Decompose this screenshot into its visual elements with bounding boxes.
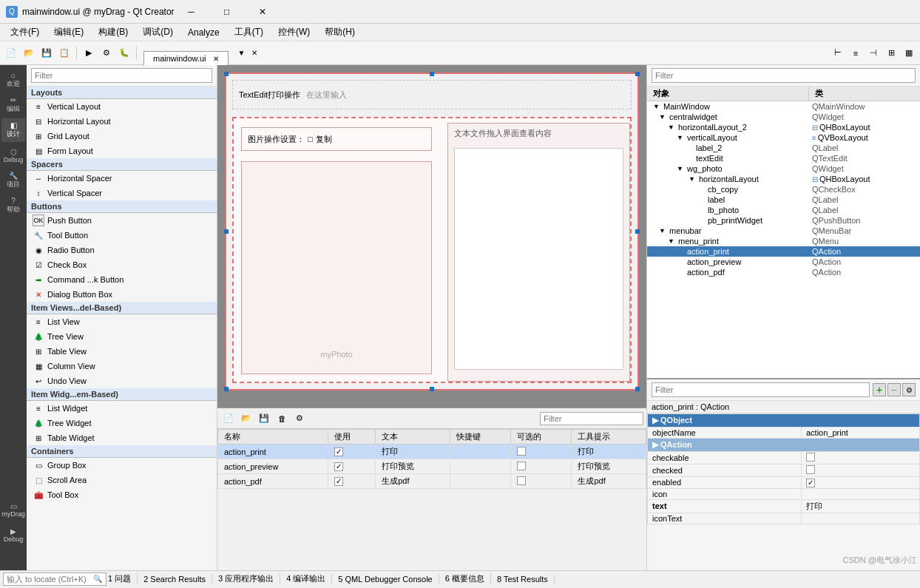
obj-row-actionpreview[interactable]: action_preview QAction: [647, 257, 920, 267]
form-canvas[interactable]: TextEdit打印操作 在这里输入 图片操作设置： □ 复制 打印Widget: [225, 72, 639, 391]
prop-val-text[interactable]: 打印: [802, 499, 920, 513]
widget-column-view[interactable]: ▦ Column View: [27, 359, 217, 374]
action-new[interactable]: 📄: [220, 410, 237, 427]
menu-file[interactable]: 文件(F): [3, 24, 47, 40]
obj-row-hlayout[interactable]: ▼ horizontalLayout ⊟QHBoxLayout: [647, 174, 920, 184]
widget-undo-view[interactable]: ↩ Undo View: [27, 374, 217, 388]
widget-radio-button[interactable]: ◉ Radio Button: [27, 243, 217, 257]
widget-table-widget[interactable]: ⊞ Table Widget: [27, 430, 217, 445]
prop-filter-input[interactable]: [652, 382, 870, 397]
checkable-check[interactable]: [517, 476, 526, 485]
side-help[interactable]: ? 帮助: [1, 194, 25, 217]
prop-val-enabled[interactable]: [802, 477, 920, 489]
expand-hboxlayout2[interactable]: ▼: [668, 124, 677, 131]
side-edit[interactable]: ✏ 编辑: [1, 93, 25, 117]
toolbar-save-all[interactable]: 📋: [56, 45, 72, 61]
widget-filter-input[interactable]: [31, 68, 212, 83]
prop-remove-btn[interactable]: ─: [887, 383, 901, 396]
obj-row-wgphoto[interactable]: ▼ wg_photo QWidget: [647, 163, 920, 174]
checkable-prop-cb[interactable]: [806, 453, 815, 462]
widget-table-view[interactable]: ⊞ Table View: [27, 344, 217, 359]
obj-row-hboxlayout2[interactable]: ▼ horizontalLayout_2 ⊟QHBoxLayout: [647, 122, 920, 132]
obj-row-label2[interactable]: label_2 QLabel: [647, 143, 920, 153]
right-filter-input[interactable]: [652, 68, 916, 83]
status-compile-output[interactable]: 4 编译输出: [280, 573, 332, 584]
widget-tree-view[interactable]: 🌲 Tree View: [27, 329, 217, 344]
used-check[interactable]: [334, 447, 343, 456]
status-app-output[interactable]: 3 应用程序输出: [212, 573, 280, 584]
copy-checkbox[interactable]: □: [308, 135, 313, 143]
obj-row-vlayout[interactable]: ▼ verticalLayout ≡QVBoxLayout: [647, 132, 920, 143]
widget-v-spacer[interactable]: ↕ Vertical Spacer: [27, 186, 217, 200]
expand-wgphoto[interactable]: ▼: [677, 165, 686, 172]
locate-input[interactable]: [3, 572, 106, 586]
toolbar-open[interactable]: 📂: [21, 45, 37, 61]
menu-build[interactable]: 构建(B): [91, 24, 135, 40]
tab-close-all[interactable]: ✕: [249, 49, 260, 57]
design-align-left[interactable]: ⊢: [830, 45, 846, 61]
toolbar-build[interactable]: ▶: [81, 45, 97, 61]
widget-grid-layout[interactable]: ⊞ Grid Layout: [27, 129, 217, 143]
widget-form-layout[interactable]: ▤ Form Layout: [27, 143, 217, 158]
menu-debug[interactable]: 调试(D): [135, 24, 180, 40]
close-button[interactable]: ✕: [246, 3, 280, 21]
table-row[interactable]: action_print 打印 打印: [218, 445, 646, 459]
expand-menuprint[interactable]: ▼: [668, 237, 677, 245]
side-project[interactable]: 🔧 项目: [1, 169, 25, 192]
menu-widgets[interactable]: 控件(W): [271, 24, 317, 40]
widget-list-widget[interactable]: ≡ List Widget: [27, 401, 217, 416]
used-check[interactable]: [334, 462, 343, 471]
toolbar-run[interactable]: ⚙: [98, 45, 115, 61]
widget-dialog-button[interactable]: ✕ Dialog Button Box: [27, 287, 217, 302]
obj-row-cbcopy[interactable]: cb_copy QCheckBox: [647, 184, 920, 195]
action-save[interactable]: 💾: [256, 410, 272, 427]
menu-analyze[interactable]: Analyze: [180, 26, 227, 39]
expand-vlayout[interactable]: ▼: [677, 134, 686, 141]
widget-vertical-layout[interactable]: ≡ Vertical Layout: [27, 99, 217, 114]
status-qml-debugger[interactable]: 5 QML Debugger Console: [332, 575, 439, 584]
checkable-check[interactable]: [517, 462, 526, 470]
design-layout[interactable]: ▦: [901, 45, 917, 61]
menu-help[interactable]: 帮助(H): [317, 24, 362, 40]
obj-row-textedit[interactable]: textEdit QTextEdit: [647, 153, 920, 163]
side-mydrag[interactable]: ▭ myDrag: [1, 498, 25, 521]
expand-qaction[interactable]: ▶: [652, 440, 658, 449]
action-open[interactable]: 📂: [238, 410, 254, 427]
widget-horizontal-layout[interactable]: ⊟ Horizontal Layout: [27, 114, 217, 129]
expand-hlayout[interactable]: ▼: [689, 175, 697, 183]
minimize-button[interactable]: ─: [175, 3, 209, 21]
checked-prop-cb[interactable]: [806, 465, 815, 474]
obj-row-actionprint[interactable]: action_print QAction: [647, 246, 920, 257]
menu-tools[interactable]: 工具(T): [227, 24, 271, 40]
design-grid[interactable]: ⊞: [883, 45, 899, 61]
toolbar-debug[interactable]: 🐛: [116, 45, 132, 61]
widget-check-box[interactable]: ☑ Check Box: [27, 257, 217, 272]
obj-row-actionpdf[interactable]: action_pdf QAction: [647, 267, 920, 277]
toolbar-new[interactable]: 📄: [3, 45, 19, 61]
status-problems[interactable]: 1 问题: [102, 573, 138, 584]
obj-row-centralwidget[interactable]: ▼ centralwidget QWidget: [647, 112, 920, 122]
obj-row-lbphoto[interactable]: lb_photo QLabel: [647, 205, 920, 215]
side-debug2[interactable]: ▶ Debug: [1, 523, 25, 547]
prop-settings-btn[interactable]: ⚙: [902, 383, 916, 396]
prop-val-icon[interactable]: [802, 488, 920, 499]
obj-row-menuprint[interactable]: ▼ menu_print QMenu: [647, 236, 920, 246]
text-area-content[interactable]: [454, 148, 623, 370]
tab-dropdown[interactable]: ▼: [236, 49, 248, 57]
design-align-center[interactable]: ≡: [848, 45, 864, 61]
widget-group-box[interactable]: ▭ Group Box: [27, 458, 217, 473]
maximize-button[interactable]: □: [210, 3, 244, 21]
expand-menubar[interactable]: ▼: [659, 227, 668, 234]
widget-tree-widget[interactable]: 🌲 Tree Widget: [27, 416, 217, 430]
widget-h-spacer[interactable]: ↔ Horizontal Spacer: [27, 171, 217, 186]
obj-row-mainwindow[interactable]: ▼ MainWindow QMainWindow: [647, 101, 920, 112]
obj-row-pbprint[interactable]: pb_printWidget QPushButton: [647, 215, 920, 226]
prop-val-checked[interactable]: [802, 464, 920, 477]
side-design[interactable]: ◧ 设计: [1, 118, 25, 142]
table-row[interactable]: action_preview 打印预览 打印预览: [218, 459, 646, 474]
checkable-check[interactable]: [517, 447, 526, 456]
search-icon[interactable]: 🔍: [93, 575, 102, 583]
enabled-prop-cb[interactable]: [806, 479, 815, 487]
table-row[interactable]: action_pdf 生成pdf 生成pdf: [218, 474, 646, 489]
prop-add-btn[interactable]: +: [873, 383, 886, 396]
